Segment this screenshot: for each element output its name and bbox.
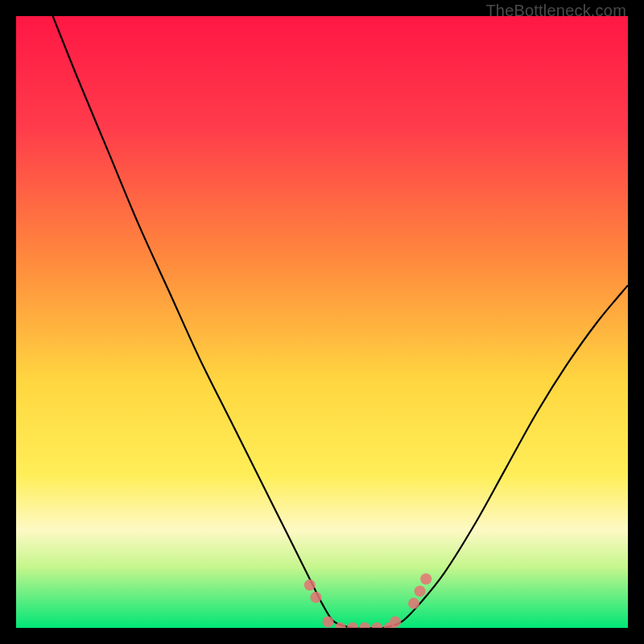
marker-point — [323, 616, 334, 627]
chart-frame: TheBottleneck.com — [0, 0, 644, 644]
marker-point — [359, 622, 370, 628]
marker-point — [390, 616, 401, 627]
watermark-text: TheBottleneck.com — [485, 2, 626, 20]
marker-point — [415, 585, 426, 597]
marker-point — [371, 622, 382, 628]
marker-point — [420, 573, 431, 584]
marker-point — [408, 598, 419, 609]
highlight-markers — [304, 573, 431, 628]
marker-point — [347, 622, 358, 628]
plot-area — [16, 16, 628, 628]
marker-point — [310, 592, 321, 603]
curve-layer — [16, 16, 628, 628]
marker-point — [304, 580, 316, 591]
bottleneck-curve — [53, 16, 628, 628]
